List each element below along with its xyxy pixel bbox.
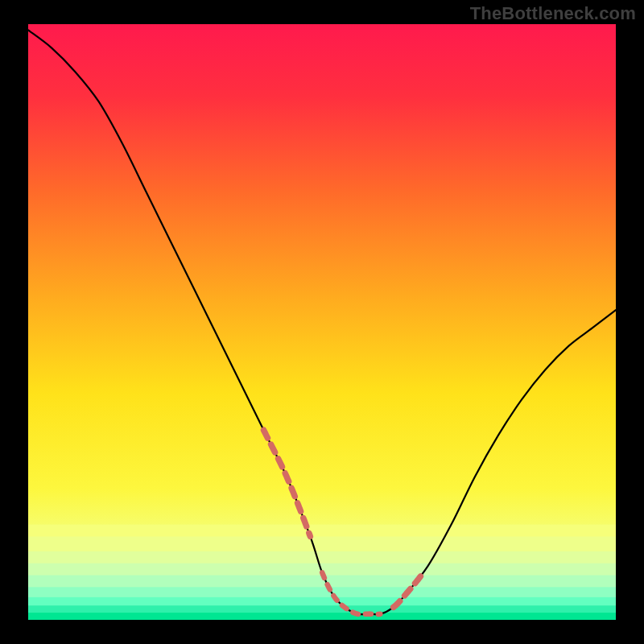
- svg-rect-6: [28, 587, 616, 597]
- svg-rect-3: [28, 551, 616, 564]
- svg-rect-8: [28, 605, 616, 613]
- svg-rect-9: [28, 613, 616, 621]
- svg-rect-1: [28, 525, 616, 538]
- bottleneck-chart: [0, 0, 644, 644]
- svg-rect-7: [28, 597, 616, 606]
- svg-rect-2: [28, 536, 616, 551]
- chart-frame: TheBottleneck.com: [0, 0, 644, 644]
- watermark-text: TheBottleneck.com: [470, 3, 636, 24]
